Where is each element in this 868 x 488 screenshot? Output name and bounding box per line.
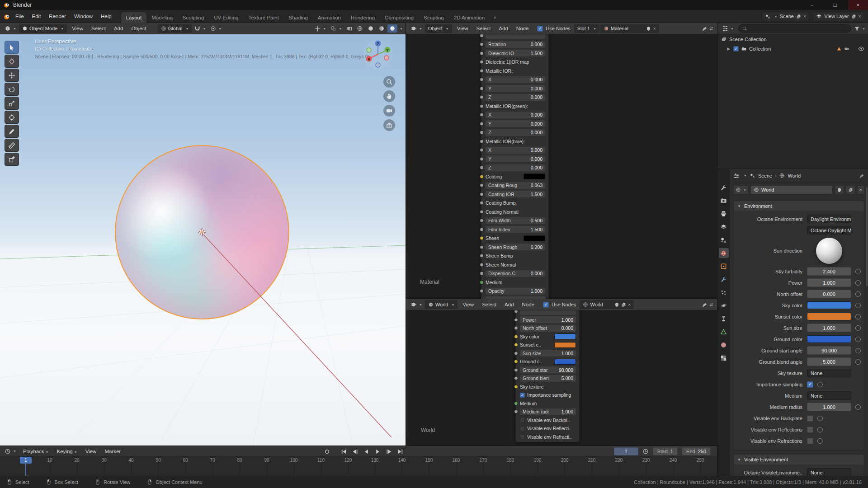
properties-tab-particles[interactable] [719, 287, 729, 297]
new-world-button[interactable] [846, 185, 855, 194]
dropdown-field[interactable]: Octane Daylight Model▼ [807, 226, 851, 235]
new-scene-icon[interactable] [796, 14, 801, 19]
node-socket[interactable] [480, 131, 484, 135]
xray-button[interactable] [344, 25, 354, 33]
node-socket[interactable] [480, 113, 484, 117]
tool-select-box[interactable] [5, 41, 19, 54]
shader-menu-add[interactable]: Add [495, 24, 512, 33]
perspective-toggle-button[interactable] [383, 119, 395, 131]
number-field[interactable]: Z0.000 [486, 164, 545, 171]
node-socket[interactable] [480, 254, 484, 258]
jump-to-start-button[interactable] [339, 447, 349, 455]
editor-type-button[interactable]: ▼ [3, 24, 18, 33]
number-field[interactable]: North offset0.000 [520, 325, 576, 332]
number-field[interactable]: Y0.000 [486, 85, 545, 92]
dropdown-field[interactable]: Daylight Environment▼ [807, 215, 851, 223]
checkbox[interactable] [520, 434, 525, 439]
number-field[interactable]: 5.000 [807, 357, 851, 366]
outliner-search-input[interactable] [738, 24, 851, 33]
node-socket[interactable] [480, 42, 484, 47]
collection-exclude-checkbox[interactable]: ✓ [733, 46, 739, 52]
node-socket[interactable] [480, 174, 484, 178]
dropdown-field[interactable]: None [807, 391, 851, 400]
play-button[interactable] [373, 447, 382, 455]
expand-arrow-icon[interactable]: ▶ [726, 47, 731, 51]
end-frame-field[interactable]: End 250 [682, 447, 711, 455]
workspace-tab-compositing[interactable]: Compositing [380, 12, 419, 23]
scene-selector[interactable]: ▼ Scene × [762, 12, 810, 21]
world-menu-view[interactable]: View [458, 300, 478, 309]
menu-file[interactable]: File [11, 12, 28, 20]
material-node[interactable]: Rotation0.000Dielectric IO1.500Dielectri… [481, 30, 549, 299]
blender-menu-icon[interactable] [4, 13, 10, 20]
decorator-toggle[interactable] [855, 280, 861, 286]
number-field[interactable]: Z0.000 [486, 129, 545, 136]
workspace-tab-uv-editing[interactable]: UV Editing [209, 12, 243, 23]
decorator-toggle[interactable] [817, 382, 823, 387]
number-field[interactable]: X0.000 [486, 112, 545, 118]
maximize-button[interactable]: □ [825, 0, 845, 10]
menu-render[interactable]: Render [45, 12, 70, 20]
world-menu-add[interactable]: Add [500, 300, 518, 309]
properties-tab-physics[interactable] [719, 300, 729, 310]
workspace-tab-scripting[interactable]: Scripting [419, 12, 449, 23]
timeline-ruler[interactable]: 1102030405060708090100110120130140150160… [0, 457, 717, 476]
navigation-gizmo[interactable]: Z Y X [362, 38, 394, 70]
number-field[interactable]: 90.000 [807, 346, 851, 355]
node-socket[interactable] [480, 210, 484, 214]
properties-tab-output[interactable] [719, 209, 729, 219]
node-socket[interactable] [480, 183, 484, 188]
scrollbar[interactable] [866, 187, 868, 286]
breadcrumb-scene[interactable]: Scene [758, 173, 772, 178]
number-field[interactable]: Medium radi1.000 [520, 408, 576, 415]
current-frame-field[interactable]: 1 [614, 447, 638, 455]
node-socket[interactable] [514, 360, 518, 364]
color-field[interactable] [807, 335, 851, 343]
node-socket[interactable] [480, 139, 484, 143]
number-field[interactable]: Power1.000 [520, 316, 576, 323]
number-field[interactable]: Film Width0.500 [486, 217, 545, 224]
outliner-row-collection[interactable]: ▶ ✓ Collection [717, 44, 868, 53]
decorator-toggle[interactable] [817, 427, 823, 432]
number-field[interactable]: Y0.000 [486, 120, 545, 127]
node-socket[interactable] [514, 385, 518, 389]
node-socket[interactable] [514, 351, 518, 355]
number-field[interactable]: Coating Roug0.063 [486, 182, 545, 189]
number-field[interactable]: Opacity1.000 [486, 288, 545, 295]
number-field[interactable]: Ground blen5.000 [520, 375, 576, 382]
shader-type-dropdown[interactable]: World ▼ [425, 300, 458, 309]
workspace-tab-2d-animation[interactable]: 2D Animation [449, 12, 490, 23]
editor-type-button[interactable]: ▼ [409, 300, 424, 309]
node-socket[interactable] [480, 104, 484, 108]
node-socket[interactable] [480, 157, 484, 161]
breadcrumb-world[interactable]: World [788, 173, 801, 178]
auto-keyframe-button[interactable] [322, 447, 332, 455]
number-field[interactable]: Ground star90.000 [520, 366, 576, 373]
tool-transform[interactable] [5, 111, 19, 124]
filter-icon[interactable] [854, 26, 860, 32]
number-field[interactable]: Film Index1.500 [486, 226, 545, 233]
number-field[interactable]: 0.000 [807, 290, 851, 298]
number-field[interactable] [486, 296, 545, 299]
node-socket[interactable] [480, 263, 484, 267]
color-swatch[interactable] [554, 359, 576, 365]
environment-panel-header[interactable]: ▼ Environment [734, 201, 864, 211]
properties-tab-object-data[interactable] [719, 327, 729, 337]
start-frame-field[interactable]: Start 1 [653, 447, 678, 455]
workspace-tab-texture-paint[interactable]: Texture Paint [244, 12, 284, 23]
node-socket[interactable] [480, 236, 484, 240]
node-socket[interactable] [480, 95, 484, 99]
world-menu-select[interactable]: Select [478, 300, 500, 309]
tool-measure[interactable] [5, 139, 19, 152]
timeline-menu-playback[interactable]: Playback▼ [19, 447, 53, 455]
decorator-toggle[interactable] [855, 404, 861, 410]
parent-node-icon[interactable] [708, 26, 714, 32]
number-field[interactable]: 1.000 [807, 278, 851, 287]
unlink-world-button[interactable]: × [857, 185, 864, 194]
node-socket[interactable] [514, 401, 518, 405]
decorator-toggle[interactable] [855, 348, 861, 353]
workspace-tab-rendering[interactable]: Rendering [346, 12, 380, 23]
node-socket[interactable] [480, 51, 484, 55]
node-socket[interactable] [514, 368, 518, 372]
node-socket[interactable] [480, 86, 484, 90]
